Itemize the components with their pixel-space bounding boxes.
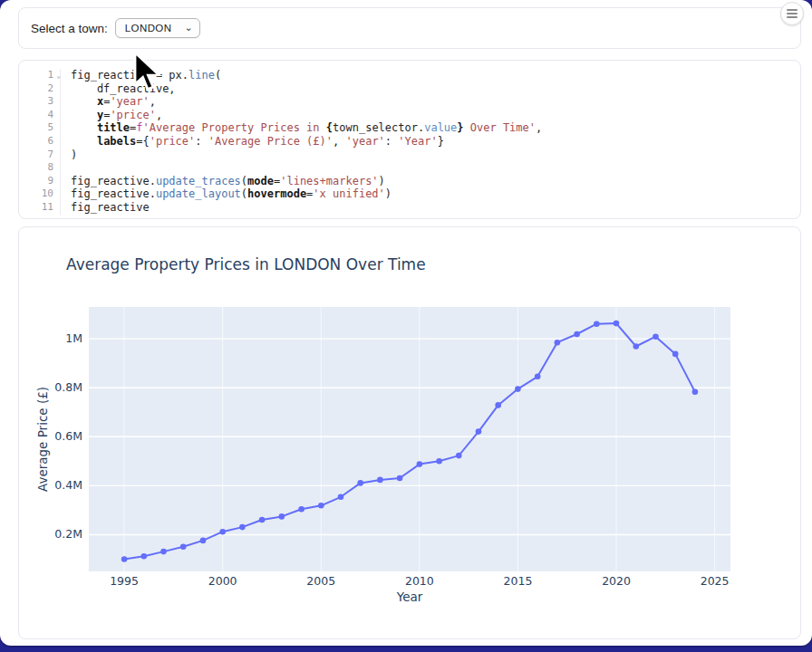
code-cell[interactable]: 1⌄234567891011 fig_reactive = px.line( d…: [18, 60, 801, 219]
svg-text:2015: 2015: [504, 574, 533, 588]
line-number-gutter: 1⌄234567891011: [19, 69, 61, 215]
town-selector-label: Select a town:: [31, 22, 108, 35]
svg-text:0.6M: 0.6M: [54, 429, 82, 443]
town-select[interactable]: LONDON: [115, 18, 200, 38]
svg-text:2010: 2010: [405, 574, 434, 588]
hamburger-icon: [787, 13, 798, 14]
svg-text:2025: 2025: [701, 574, 730, 588]
svg-text:Year: Year: [396, 590, 423, 604]
code-editor[interactable]: fig_reactive = px.line( df_reactive, x='…: [61, 69, 800, 215]
hamburger-icon: [787, 9, 798, 11]
chart-output-cell: 19952000200520102015202020250.2M0.4M0.6M…: [18, 226, 801, 639]
plotly-line-chart[interactable]: 19952000200520102015202020250.2M0.4M0.6M…: [19, 227, 800, 630]
svg-text:1M: 1M: [65, 331, 82, 345]
svg-text:0.8M: 0.8M: [54, 380, 82, 394]
svg-text:2005: 2005: [306, 574, 335, 588]
town-selector-cell: Select a town: LONDON ⌄: [18, 7, 801, 49]
svg-text:2000: 2000: [208, 574, 237, 588]
svg-text:0.2M: 0.2M: [54, 527, 82, 541]
svg-text:1995: 1995: [110, 574, 139, 588]
svg-text:2020: 2020: [602, 574, 631, 588]
hamburger-icon: [787, 16, 798, 18]
notebook-panel: Select a town: LONDON ⌄ 1⌄234567891011 f…: [0, 0, 812, 646]
svg-text:Average Price (£): Average Price (£): [35, 387, 50, 492]
menu-button[interactable]: [780, 2, 804, 25]
svg-text:0.4M: 0.4M: [54, 478, 82, 492]
svg-text:Average Property Prices in LON: Average Property Prices in LONDON Over T…: [66, 255, 426, 273]
